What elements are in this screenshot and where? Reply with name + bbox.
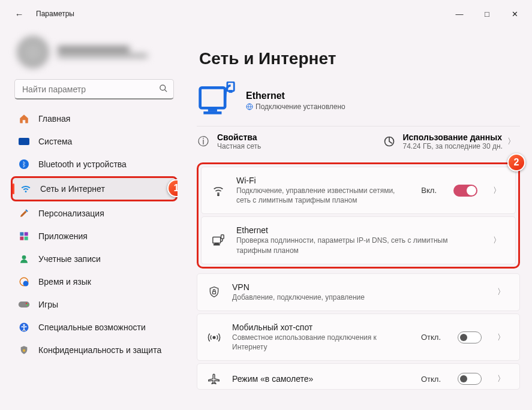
search-icon [159, 84, 168, 95]
ethernet-card[interactable]: Ethernet Проверка подлинности, параметры… [201, 216, 516, 264]
properties-block[interactable]: ⓘ Свойства Частная сеть [197, 132, 261, 150]
nav-accounts[interactable]: Учетные записи [11, 248, 178, 270]
bluetooth-icon: ᛒ [18, 158, 30, 170]
nav-label: Сеть и Интернет [40, 184, 105, 194]
nav-label: Время и язык [38, 277, 91, 287]
main-content: Сеть и Интернет Ethernet Подключение уст… [185, 28, 532, 410]
svg-point-0 [160, 85, 166, 91]
highlighted-section: 2 Wi-Fi Подключение, управление известны… [197, 162, 520, 269]
svg-rect-16 [208, 108, 217, 111]
window-title: Параметры [36, 10, 74, 18]
account-icon [18, 253, 30, 265]
minimize-button[interactable]: ― [446, 4, 473, 23]
data-usage-block[interactable]: Использование данных 74.24 ГБ, за послед… [383, 132, 503, 150]
close-button[interactable]: ✕ [501, 4, 528, 23]
nav-label: Учетные записи [38, 254, 101, 264]
airplane-toggle[interactable] [458, 373, 482, 385]
nav-privacy[interactable]: Конфиденциальность и защита [11, 339, 178, 361]
svg-point-22 [218, 194, 219, 195]
svg-point-11 [27, 305, 29, 306]
chevron-right-icon[interactable]: 〉 [503, 136, 520, 147]
card-title: Ethernet [236, 225, 477, 235]
svg-rect-4 [20, 237, 23, 240]
connection-sub: Подключение установлено [246, 103, 345, 111]
svg-point-8 [23, 281, 29, 287]
svg-rect-5 [25, 237, 28, 240]
shield-icon [18, 344, 30, 356]
hotspot-card[interactable]: Мобильный хот-спот Совместное использова… [197, 313, 520, 361]
chevron-right-icon[interactable]: 〉 [492, 287, 510, 297]
chevron-right-icon[interactable]: 〉 [492, 332, 510, 343]
nav-label: Bluetooth и устройства [38, 159, 127, 169]
data-usage-icon [383, 135, 396, 148]
nav-apps[interactable]: Приложения [11, 225, 178, 247]
nav-label: Специальные возможности [38, 322, 146, 332]
sidebar: Главная Система ᛒ Bluetooth и устройства… [0, 28, 185, 410]
back-button[interactable]: ← [10, 4, 29, 23]
search-input[interactable] [14, 79, 174, 100]
vpn-card[interactable]: VPN Добавление, подключение, управление … [197, 273, 520, 311]
svg-point-28 [213, 336, 215, 339]
avatar [17, 36, 49, 68]
svg-rect-26 [221, 235, 224, 239]
card-title: Wi-Fi [236, 176, 410, 185]
card-sub: Подключение, управление известными сетям… [236, 186, 410, 205]
nav-system[interactable]: Система [11, 131, 178, 152]
wifi-state: Вкл. [421, 186, 437, 195]
info-row: ⓘ Свойства Частная сеть Использование да… [197, 126, 520, 159]
svg-rect-25 [214, 244, 220, 245]
hotspot-toggle[interactable] [458, 331, 482, 343]
nav-list: Главная Система ᛒ Bluetooth и устройства… [11, 108, 178, 361]
chevron-right-icon[interactable]: 〉 [488, 185, 506, 196]
card-sub: Проверка подлинности, параметры IP-и DNS… [236, 236, 477, 255]
nav-label: Персонализация [38, 209, 104, 218]
apps-icon [18, 230, 30, 242]
search-box [14, 79, 174, 100]
card-title: Мобильный хот-спот [232, 322, 410, 332]
clock-globe-icon [18, 276, 30, 288]
nav-accessibility[interactable]: Специальные возможности [11, 316, 178, 338]
nav-gaming[interactable]: Игры [11, 294, 178, 315]
properties-title: Свойства [217, 132, 261, 142]
svg-point-10 [26, 303, 28, 305]
window-controls: ― □ ✕ [446, 4, 528, 23]
profile-email [58, 53, 148, 58]
wifi-card[interactable]: Wi-Fi Подключение, управление известными… [201, 167, 516, 214]
svg-rect-3 [25, 232, 28, 236]
nav-home[interactable]: Главная [11, 108, 178, 129]
svg-rect-2 [20, 232, 23, 236]
svg-line-1 [164, 89, 167, 92]
annotation-badge-2: 2 [507, 153, 525, 171]
titlebar: ← Параметры ― □ ✕ [0, 0, 532, 28]
nav-network[interactable]: Сеть и Интернет 1 [11, 176, 178, 201]
nav-bluetooth[interactable]: ᛒ Bluetooth и устройства [11, 153, 178, 175]
airplane-icon [207, 372, 221, 385]
connection-status: Ethernet Подключение установлено [197, 82, 520, 120]
data-usage-sub: 74.24 ГБ, за последние 30 дн. [403, 142, 503, 150]
chevron-right-icon[interactable]: 〉 [488, 235, 506, 246]
brush-icon [18, 207, 30, 219]
nav-time[interactable]: Время и язык [11, 271, 178, 293]
card-sub: Добавление, подключение, управление [232, 293, 482, 302]
ethernet-icon [211, 234, 226, 247]
page-title: Сеть и Интернет [199, 49, 520, 68]
nav-personalization[interactable]: Персонализация [11, 203, 178, 224]
airplane-card[interactable]: Режим «в самолете» Откл. 〉 [197, 363, 520, 390]
profile-block[interactable] [11, 32, 178, 79]
card-title: VPN [232, 282, 482, 292]
card-sub: Совместное использование подключения к И… [232, 333, 410, 352]
svg-rect-14 [23, 349, 25, 352]
svg-rect-23 [213, 237, 221, 243]
svg-point-6 [22, 255, 26, 260]
chevron-right-icon[interactable]: 〉 [492, 373, 510, 384]
nav-label: Конфиденциальность и защита [38, 345, 161, 355]
system-icon [18, 135, 30, 147]
accessibility-icon [18, 321, 30, 333]
connection-name: Ethernet [246, 91, 345, 101]
maximize-button[interactable]: □ [473, 4, 501, 23]
svg-rect-15 [200, 88, 225, 108]
wifi-toggle[interactable] [453, 185, 477, 197]
svg-rect-27 [213, 292, 216, 294]
data-usage-title: Использование данных [403, 132, 503, 142]
properties-sub: Частная сеть [217, 142, 261, 150]
